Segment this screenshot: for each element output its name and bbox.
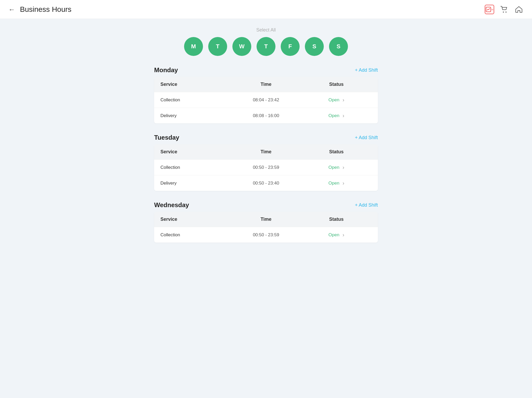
svg-point-2: [505, 12, 507, 13]
add-shift-monday[interactable]: + Add Shift: [355, 67, 378, 73]
chevron-right-icon[interactable]: ›: [342, 164, 344, 170]
day-circle-saturday[interactable]: S: [305, 37, 324, 56]
chevron-right-icon[interactable]: ›: [342, 113, 344, 119]
table-header-tuesday: Service Time Status: [154, 144, 378, 159]
table-row[interactable]: Collection 00:50 - 23:59 Open ›: [154, 227, 378, 243]
table-header-wednesday: Service Time Status: [154, 212, 378, 227]
select-all-row: Select All: [154, 27, 378, 33]
day-section-wednesday: Wednesday + Add Shift Service Time Statu…: [154, 201, 378, 243]
time-label: 00:50 - 23:59: [231, 165, 301, 170]
status-open: Open: [328, 165, 340, 170]
day-name-tuesday: Tuesday: [154, 134, 179, 141]
shift-table-tuesday: Service Time Status Collection 00:50 - 2…: [154, 144, 378, 191]
cart-icon[interactable]: [499, 5, 509, 14]
header: ← Business Hours: [0, 0, 532, 19]
chevron-right-icon[interactable]: ›: [342, 97, 344, 103]
status-cell: Open ›: [301, 113, 372, 119]
status-open: Open: [328, 232, 340, 238]
day-name-wednesday: Wednesday: [154, 201, 189, 209]
service-label: Collection: [160, 232, 231, 238]
header-icons: [485, 5, 524, 14]
day-header-monday: Monday + Add Shift: [154, 66, 378, 74]
add-shift-tuesday[interactable]: + Add Shift: [355, 135, 378, 140]
service-label: Delivery: [160, 113, 231, 118]
table-header-monday: Service Time Status: [154, 77, 378, 92]
chevron-right-icon[interactable]: ›: [342, 232, 344, 238]
status-cell: Open ›: [301, 232, 372, 238]
time-label: 08:08 - 16:00: [231, 113, 301, 118]
day-name-monday: Monday: [154, 66, 178, 74]
day-circle-monday[interactable]: M: [184, 37, 203, 56]
svg-point-1: [503, 12, 504, 13]
table-row[interactable]: Collection 00:50 - 23:59 Open ›: [154, 159, 378, 175]
service-label: Delivery: [160, 181, 231, 186]
add-shift-wednesday[interactable]: + Add Shift: [355, 202, 378, 208]
report-icon[interactable]: [485, 5, 494, 14]
status-cell: Open ›: [301, 180, 372, 186]
day-circle-sunday[interactable]: S: [329, 37, 348, 56]
col-service-tuesday: Service: [160, 149, 231, 155]
chevron-right-icon[interactable]: ›: [342, 180, 344, 186]
table-row[interactable]: Delivery 08:08 - 16:00 Open ›: [154, 108, 378, 123]
col-status-wednesday: Status: [301, 217, 372, 222]
table-row[interactable]: Collection 08:04 - 23:42 Open ›: [154, 92, 378, 108]
col-status-monday: Status: [301, 82, 372, 87]
home-icon[interactable]: [514, 5, 524, 14]
status-cell: Open ›: [301, 164, 372, 170]
status-open: Open: [328, 181, 340, 186]
day-header-tuesday: Tuesday + Add Shift: [154, 134, 378, 141]
main-content: Select All M T W T F S S Monday + Add Sh…: [148, 19, 384, 261]
page-title: Business Hours: [20, 5, 485, 14]
day-circle-wednesday[interactable]: W: [232, 37, 251, 56]
table-row[interactable]: Delivery 00:50 - 23:40 Open ›: [154, 175, 378, 191]
select-all-label[interactable]: Select All: [256, 27, 276, 33]
day-circle-friday[interactable]: F: [281, 37, 300, 56]
col-service-monday: Service: [160, 82, 231, 87]
status-open: Open: [328, 97, 340, 103]
day-section-tuesday: Tuesday + Add Shift Service Time Status …: [154, 134, 378, 191]
day-circle-thursday[interactable]: T: [257, 37, 275, 56]
col-time-wednesday: Time: [231, 217, 301, 222]
col-time-tuesday: Time: [231, 149, 301, 155]
time-label: 00:50 - 23:59: [231, 232, 301, 238]
col-time-monday: Time: [231, 82, 301, 87]
time-label: 08:04 - 23:42: [231, 97, 301, 103]
service-label: Collection: [160, 97, 231, 103]
col-service-wednesday: Service: [160, 217, 231, 222]
col-status-tuesday: Status: [301, 149, 372, 155]
status-cell: Open ›: [301, 97, 372, 103]
day-circles: M T W T F S S: [154, 37, 378, 56]
status-open: Open: [328, 113, 340, 118]
day-section-monday: Monday + Add Shift Service Time Status C…: [154, 66, 378, 123]
shift-table-monday: Service Time Status Collection 08:04 - 2…: [154, 77, 378, 123]
service-label: Collection: [160, 165, 231, 170]
day-header-wednesday: Wednesday + Add Shift: [154, 201, 378, 209]
back-button[interactable]: ←: [8, 6, 15, 13]
day-circle-tuesday[interactable]: T: [208, 37, 227, 56]
time-label: 00:50 - 23:40: [231, 181, 301, 186]
shift-table-wednesday: Service Time Status Collection 00:50 - 2…: [154, 212, 378, 243]
